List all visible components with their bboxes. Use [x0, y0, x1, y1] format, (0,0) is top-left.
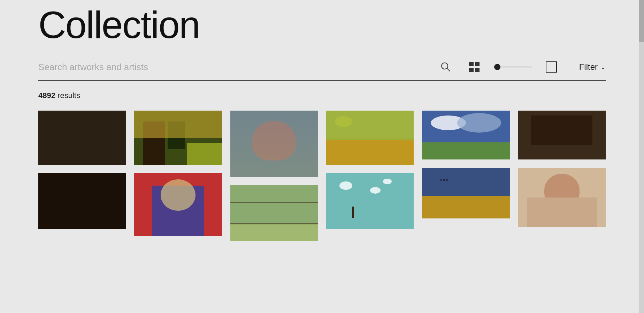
list-item[interactable] — [326, 173, 414, 229]
list-item[interactable] — [230, 111, 318, 177]
search-icon — [440, 62, 451, 72]
page-container: Collection — [0, 0, 644, 241]
filter-label: Filter — [579, 62, 598, 72]
toolbar-icons — [467, 60, 558, 74]
page-title: Collection — [38, 0, 606, 60]
svg-rect-5 — [475, 68, 480, 72]
list-item[interactable] — [134, 173, 222, 236]
search-button[interactable] — [438, 62, 453, 72]
grid-icon — [468, 61, 480, 73]
artworks-col-6 — [518, 111, 606, 241]
list-item[interactable] — [134, 111, 222, 165]
artworks-col-4 — [326, 111, 414, 241]
list-item[interactable] — [518, 168, 606, 227]
slider-line — [500, 67, 532, 67]
artworks-grid: ✕✕✕ — [38, 111, 606, 241]
artworks-col-1 — [38, 111, 126, 241]
filter-chevron-icon: ⌄ — [600, 63, 606, 71]
grid-view-button[interactable] — [467, 60, 482, 74]
scrollbar-track[interactable] — [639, 0, 644, 313]
artworks-col-3 — [230, 111, 318, 241]
svg-rect-3 — [475, 62, 480, 66]
list-item[interactable] — [38, 173, 126, 229]
list-item[interactable] — [422, 111, 509, 159]
list-item[interactable] — [518, 111, 606, 159]
scrollbar-thumb[interactable] — [639, 0, 644, 42]
artworks-col-5: ✕✕✕ — [422, 111, 509, 241]
artworks-col-2 — [134, 111, 222, 241]
search-input-wrapper — [38, 62, 453, 73]
svg-rect-2 — [469, 62, 474, 66]
svg-rect-4 — [469, 68, 474, 72]
size-slider[interactable] — [494, 64, 532, 70]
list-item[interactable] — [326, 111, 414, 165]
list-item[interactable]: ✕✕✕ — [422, 168, 509, 218]
square-icon — [546, 61, 557, 73]
search-bar: Filter ⌄ — [38, 60, 606, 81]
search-input[interactable] — [38, 62, 432, 73]
results-count: 4892 results — [38, 91, 606, 100]
list-item[interactable] — [230, 185, 318, 241]
filter-button[interactable]: Filter ⌄ — [579, 62, 606, 72]
svg-line-1 — [447, 68, 450, 71]
list-item[interactable] — [38, 111, 126, 165]
single-view-button[interactable] — [544, 60, 558, 74]
slider-dot — [494, 64, 500, 70]
